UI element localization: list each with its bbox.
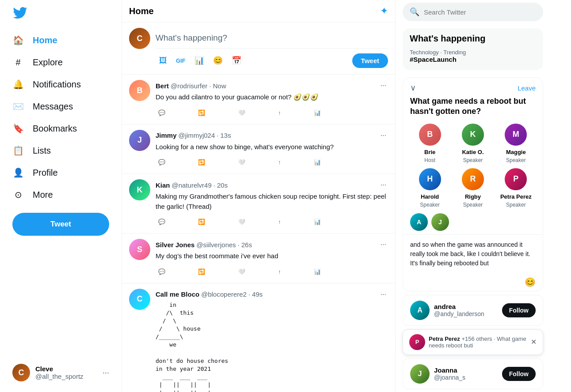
image-icon[interactable]: 🖼 xyxy=(156,52,171,69)
search-bar[interactable]: 🔍 xyxy=(403,3,543,21)
spaces-transcript: and so when the game was announced it re… xyxy=(403,234,543,273)
tweet-more-button[interactable]: ··· xyxy=(379,80,388,91)
reply-button[interactable]: 💬 xyxy=(156,266,168,278)
sidebar-item-more[interactable]: ⊙ More xyxy=(5,184,116,206)
mail-icon: ✉️ xyxy=(12,101,24,112)
close-icon[interactable]: ✕ xyxy=(531,338,537,346)
like-button[interactable]: 🤍 xyxy=(236,156,248,168)
retweet-button[interactable]: 🔁 xyxy=(195,107,208,119)
tweet-item[interactable]: K Kian @naturelvr49 · 20s ··· Making my … xyxy=(122,174,395,234)
tweet-author-name: Silver Jones xyxy=(156,241,194,249)
post-tweet-button[interactable]: Tweet xyxy=(352,53,388,68)
spaces-card: ∨ Leave What game needs a reboot but has… xyxy=(403,77,543,291)
tweet-button[interactable]: Tweet xyxy=(12,213,109,236)
notification-text: Petra Perez +156 others · What game need… xyxy=(429,335,527,349)
tweet-author-handle: @blocoperere2 xyxy=(201,290,247,298)
feed-header: Home ✦ xyxy=(122,0,395,23)
analytics-button[interactable]: 📊 xyxy=(311,156,324,168)
emoji-icon[interactable]: 😊 xyxy=(209,52,226,69)
right-sidebar: 🔍 What's happening Technology · Trending… xyxy=(396,0,550,392)
like-button[interactable]: 🤍 xyxy=(236,107,248,119)
gif-icon[interactable]: GIF xyxy=(172,52,189,69)
share-button[interactable]: ↑ xyxy=(275,266,284,278)
tweet-item[interactable]: J Jimmy @jimmyj024 · 13s ··· Looking for… xyxy=(122,124,395,174)
tweet-actions: 💬 🔁 🤍 ↑ 📊 xyxy=(156,156,324,168)
tweet-author-handle: @siilverjones xyxy=(196,241,236,249)
avatar: P xyxy=(409,334,425,350)
share-button[interactable]: ↑ xyxy=(275,107,284,119)
chevron-down-icon[interactable]: ∨ xyxy=(410,83,416,93)
twitter-logo[interactable] xyxy=(5,0,116,27)
like-button[interactable]: 🤍 xyxy=(236,266,248,278)
retweet-button[interactable]: 🔁 xyxy=(195,266,208,278)
tweet-text: My dog's the best roommate i've ever had xyxy=(156,251,388,261)
tweet-more-button[interactable]: ··· xyxy=(379,130,388,141)
reply-button[interactable]: 💬 xyxy=(156,216,168,228)
tweet-item[interactable]: S Silver Jones @siilverjones · 26s ··· M… xyxy=(122,234,395,283)
sidebar-item-bookmarks[interactable]: 🔖 Bookmarks xyxy=(5,117,116,139)
speaker-brie[interactable]: B Brie Host xyxy=(410,122,449,163)
follow-button[interactable]: Follow xyxy=(502,303,536,317)
tweet-text: in /\ this / \ / \ house /______\ we don… xyxy=(156,301,388,392)
avatar: P xyxy=(503,167,528,192)
tweet-actions: 💬 🔁 🤍 ↑ 📊 xyxy=(156,266,324,278)
avatar: B xyxy=(129,80,150,101)
user-profile-card[interactable]: C Cleve @all_the_sportz ··· xyxy=(5,358,116,387)
sidebar-item-notifications[interactable]: 🔔 Notifications xyxy=(5,73,116,95)
sidebar-item-explore[interactable]: # Explore xyxy=(5,51,116,73)
whats-happening-section: What's happening Technology · Trending #… xyxy=(403,28,543,70)
avatar: C xyxy=(12,364,30,381)
tweet-more-button[interactable]: ··· xyxy=(379,179,388,191)
speaker-maggie[interactable]: M Maggie Speaker xyxy=(496,122,536,163)
sidebar-item-profile[interactable]: 👤 Profile xyxy=(5,162,116,184)
trending-item[interactable]: Technology · Trending #SpaceLaunch xyxy=(410,49,536,63)
sidebar-item-home[interactable]: 🏠 Home xyxy=(5,29,116,51)
trending-category: Technology · Trending xyxy=(410,49,536,56)
share-button[interactable]: ↑ xyxy=(275,156,284,168)
user-more-icon[interactable]: ··· xyxy=(103,368,109,377)
speaker-petra[interactable]: P Petra Perez Speaker xyxy=(496,167,536,208)
tweet-more-button[interactable]: ··· xyxy=(379,289,388,300)
follow-button[interactable]: Follow xyxy=(502,367,536,381)
retweet-button[interactable]: 🔁 xyxy=(195,216,208,228)
tweet-item[interactable]: C Call me Bloco @blocoperere2 · 49s ··· … xyxy=(122,283,395,392)
emoji-react-button[interactable]: 😊 xyxy=(403,273,543,291)
avatar: S xyxy=(129,239,150,260)
reply-button[interactable]: 💬 xyxy=(156,107,168,119)
share-button[interactable]: ↑ xyxy=(275,216,284,228)
list-icon: 📋 xyxy=(12,145,24,156)
bell-icon: 🔔 xyxy=(12,79,24,90)
like-button[interactable]: 🤍 xyxy=(236,216,248,228)
tweet-more-button[interactable]: ··· xyxy=(379,239,388,250)
follow-suggestion-joanna: J Joanna @joanna_s Follow xyxy=(403,358,543,389)
analytics-button[interactable]: 📊 xyxy=(311,107,324,119)
spaces-header: ∨ Leave xyxy=(403,78,543,96)
tweet-text: Looking for a new show to binge, what's … xyxy=(156,142,388,152)
follow-suggestion-andrea: A andrea @andy_landerson Follow xyxy=(403,295,543,326)
compose-placeholder[interactable]: What's happening? xyxy=(156,28,388,48)
tweet-item[interactable]: B Bert @rodrisurfer · Now ··· Do you add… xyxy=(122,75,395,124)
tweet-time: 13s xyxy=(220,132,231,139)
tweet-actions: 💬 🔁 🤍 ↑ 📊 xyxy=(156,216,324,228)
tweet-author-handle: @rodrisurfer xyxy=(171,82,208,90)
analytics-button[interactable]: 📊 xyxy=(311,216,324,228)
retweet-button[interactable]: 🔁 xyxy=(195,156,208,168)
sidebar: 🏠 Home # Explore 🔔 Notifications ✉️ Mess… xyxy=(0,0,122,392)
spaces-leave-button[interactable]: Leave xyxy=(518,84,536,92)
reply-button[interactable]: 💬 xyxy=(156,156,168,168)
sidebar-item-lists[interactable]: 📋 Lists xyxy=(5,139,116,162)
poll-icon[interactable]: 📊 xyxy=(191,52,208,69)
sparkle-icon[interactable]: ✦ xyxy=(380,5,388,17)
speaker-katie[interactable]: K Katie O. Speaker xyxy=(453,122,492,163)
search-input[interactable] xyxy=(424,8,536,16)
schedule-icon[interactable]: 📅 xyxy=(228,52,245,69)
avatar: B xyxy=(418,122,442,147)
tweet-author-name: Bert xyxy=(156,82,169,90)
search-icon: 🔍 xyxy=(410,7,419,17)
speaker-harold[interactable]: H Harold Speaker xyxy=(410,167,449,208)
notification-banner: P Petra Perez +156 others · What game ne… xyxy=(403,329,543,355)
tweet-author-name: Call me Bloco xyxy=(156,290,199,298)
analytics-button[interactable]: 📊 xyxy=(311,266,324,278)
sidebar-item-messages[interactable]: ✉️ Messages xyxy=(5,95,116,117)
speaker-rigby[interactable]: R Rigby Speaker xyxy=(453,167,492,208)
